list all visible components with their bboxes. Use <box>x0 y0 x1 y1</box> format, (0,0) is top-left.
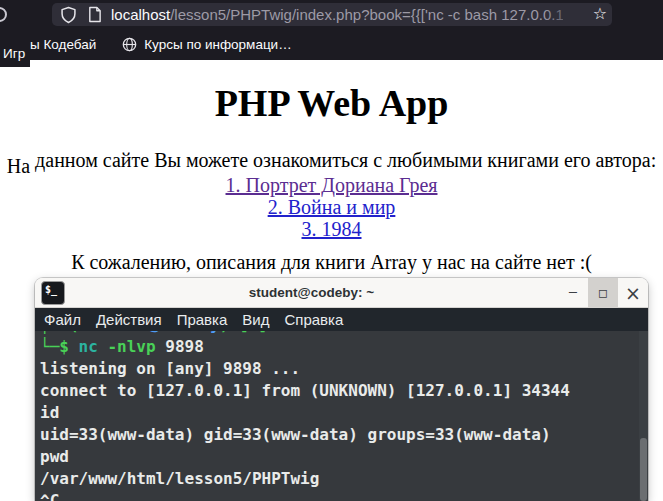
book-link-2[interactable]: 2. Война и мир <box>0 196 663 218</box>
terminal-line: └─$ nc -nlvp 9898 <box>40 336 648 358</box>
terminal-window: $_ student@codeby: ~ ─ □ × Файл Действия… <box>35 278 648 501</box>
url-fade-overlay <box>544 4 586 25</box>
menu-item-edit[interactable]: Правка <box>177 311 228 328</box>
book-links: 1. Портрет Дориана Грея 2. Война и мир 3… <box>0 174 663 240</box>
terminal-line: id <box>40 402 648 424</box>
terminal-line: uid=33(www-data) gid=33(www-data) groups… <box>40 424 648 446</box>
terminal-title: student@codeby: ~ <box>65 285 558 300</box>
book-link-3[interactable]: 3. 1984 <box>0 218 663 240</box>
terminal-titlebar[interactable]: $_ student@codeby: ~ ─ □ × <box>35 278 648 308</box>
bookmarks-bar: Игр ы Кодебай Курсы по информаци… <box>0 28 663 60</box>
terminal-line: pwd <box>40 446 648 468</box>
browser-chrome: localhost/lesson5/PHPTwig/index.php?book… <box>0 0 663 60</box>
shield-icon[interactable] <box>60 6 77 24</box>
maximize-button[interactable]: □ <box>588 278 618 307</box>
terminal-output: └─$ nc -nlvp 9898listening on [any] 9898… <box>40 336 648 501</box>
menu-item-view[interactable]: Вид <box>242 311 269 328</box>
terminal-app-icon: $_ <box>41 281 65 305</box>
book-link-1[interactable]: 1. Портрет Дориана Грея <box>0 174 663 196</box>
intro-rest: данном сайте Вы можете ознакомиться с лю… <box>30 149 656 171</box>
minimize-button[interactable]: ─ <box>558 278 588 307</box>
terminal-line: connect to [127.0.0.1] from (UNKNOWN) [1… <box>40 380 648 402</box>
terminal-line: listening on [any] 9898 ... <box>40 358 648 380</box>
page-icon[interactable] <box>87 6 102 23</box>
intro-offset-part: На <box>7 155 30 177</box>
terminal-line: ^C <box>40 490 648 501</box>
url-path: /lesson5/PHPTwig/index.php?book={{['nc -… <box>170 6 563 23</box>
close-button[interactable]: × <box>618 278 648 307</box>
globe-icon <box>122 37 137 52</box>
book-description-error: К сожалению, описания для книги Array у … <box>0 251 663 274</box>
page-title: PHP Web App <box>0 82 663 124</box>
partial-toolbar-icon[interactable] <box>0 7 7 22</box>
bookmark-star-icon[interactable]: ☆ <box>593 4 607 23</box>
menu-item-help[interactable]: Справка <box>284 311 343 328</box>
url-text: localhost/lesson5/PHPTwig/index.php?book… <box>111 6 563 23</box>
window-controls: ─ □ × <box>558 278 648 307</box>
url-bar[interactable]: localhost/lesson5/PHPTwig/index.php?book… <box>52 3 612 26</box>
browser-toolbar: localhost/lesson5/PHPTwig/index.php?book… <box>0 0 663 28</box>
menu-item-file[interactable]: Файл <box>44 311 81 328</box>
bookmark-courses-label: Курсы по информаци… <box>144 37 291 52</box>
url-host: localhost <box>111 6 170 23</box>
bookmark-courses[interactable]: Курсы по информаци… <box>122 37 291 52</box>
scrollbar-thumb[interactable] <box>640 438 647 501</box>
bookmark-codeby-games-part[interactable]: Игр <box>0 38 30 67</box>
terminal-scrolled-line: ┌──(student㉿codeby)-[~] <box>40 331 648 336</box>
terminal-line: /var/www/html/lesson5/PHPTwig <box>40 468 648 490</box>
terminal-line: ┌──(student㉿codeby)-[~] <box>40 331 648 336</box>
terminal-body: ┌──(student㉿codeby)-[~] └─$ nc -nlvp 989… <box>35 331 648 501</box>
screen: localhost/lesson5/PHPTwig/index.php?book… <box>0 0 663 501</box>
bookmark-codeby-games[interactable]: ы Кодебай <box>30 37 96 52</box>
terminal-scrollbar[interactable] <box>639 331 648 501</box>
terminal-menubar: Файл Действия Правка Вид Справка <box>35 308 648 331</box>
menu-item-actions[interactable]: Действия <box>96 311 162 328</box>
intro-text: На данном сайте Вы можете ознакомиться с… <box>0 148 663 172</box>
